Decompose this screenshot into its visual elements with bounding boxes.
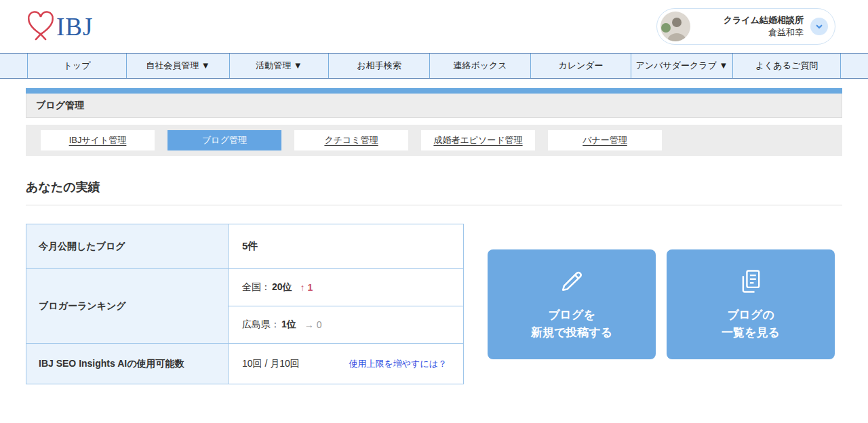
blog-actions: ブログを新規で投稿する ブログの一覧を見る	[488, 249, 835, 359]
account-person: 倉益和幸	[690, 26, 804, 39]
new-blog-post-label: ブログを新規で投稿する	[531, 306, 612, 341]
prefecture-rank-change: → 0	[304, 319, 322, 330]
section-title: あなたの実績	[26, 179, 842, 195]
tab-success-episodes[interactable]: 成婚者エピソード管理	[421, 130, 535, 150]
nav-item-top[interactable]: トップ	[27, 54, 126, 78]
nav-item-members[interactable]: 自社会員管理 ▼	[126, 54, 229, 78]
nav-item-calendar[interactable]: カレンダー	[530, 54, 631, 78]
account-menu[interactable]: クライム結婚相談所 倉益和幸	[656, 8, 835, 45]
tab-ibj-site[interactable]: IBJサイト管理	[41, 130, 155, 150]
national-rank-prefix: 全国：	[242, 281, 271, 294]
heart-icon	[26, 9, 56, 44]
stat-value-prefecture-rank: 広島県： 1位 → 0	[229, 306, 463, 343]
stat-value-monthly-blogs: 5件	[229, 224, 463, 268]
tab-banner[interactable]: バナー管理	[548, 130, 662, 150]
nav-item-contact-box[interactable]: 連絡ボックス	[429, 54, 530, 78]
page-title: ブログ管理	[26, 94, 842, 118]
national-rank: 20位	[272, 281, 292, 294]
logo-text: IBJ	[56, 12, 93, 41]
header: IBJ クライム結婚相談所 倉益和幸	[0, 0, 868, 53]
stat-label-blogger-ranking: ブロガーランキング	[26, 268, 229, 343]
main-row: 今月公開したブログ 5件 ブロガーランキング 全国： 20位 ↑ 1 広島県： …	[26, 224, 842, 384]
stat-label-seo-ai-usage: IBJ SEO Insights AIの使用可能数	[26, 343, 229, 384]
account-names: クライム結婚相談所 倉益和幸	[690, 14, 804, 38]
blog-list-label: ブログの一覧を見る	[722, 306, 780, 341]
nav-item-ambassador-club[interactable]: アンバサダークラブ ▼	[631, 54, 732, 78]
content: ブログ管理 IBJサイト管理 ブログ管理 クチコミ管理 成婚者エピソード管理 バ…	[0, 88, 868, 384]
stat-value-national-rank: 全国： 20位 ↑ 1	[229, 268, 463, 306]
nav-item-partner-search[interactable]: お相手検索	[328, 54, 429, 78]
chevron-down-icon[interactable]	[810, 18, 828, 35]
monthly-blog-count: 5件	[242, 240, 258, 253]
stats-table: 今月公開したブログ 5件 ブロガーランキング 全国： 20位 ↑ 1 広島県： …	[26, 224, 464, 384]
prefecture-rank: 1位	[281, 319, 296, 331]
nav-item-activity[interactable]: 活動管理 ▼	[229, 54, 328, 78]
ibj-logo[interactable]: IBJ	[26, 9, 93, 44]
pencil-icon	[558, 268, 585, 297]
new-blog-post-button[interactable]: ブログを新規で投稿する	[488, 249, 656, 359]
tab-reviews[interactable]: クチコミ管理	[294, 130, 408, 150]
prefecture-rank-prefix: 広島県：	[242, 319, 280, 331]
nav-item-faq[interactable]: よくあるご質問	[732, 54, 841, 78]
tab-strip: IBJサイト管理 ブログ管理 クチコミ管理 成婚者エピソード管理 バナー管理	[26, 125, 842, 156]
stat-value-seo-ai-usage: 10回 / 月10回 使用上限を増やすには？	[229, 343, 463, 384]
section-divider	[26, 205, 842, 205]
national-rank-change: ↑ 1	[300, 282, 313, 293]
account-org: クライム結婚相談所	[690, 14, 804, 26]
main-nav: トップ 自社会員管理 ▼ 活動管理 ▼ お相手検索 連絡ボックス カレンダー ア…	[0, 53, 868, 79]
increase-limit-link[interactable]: 使用上限を増やすには？	[349, 358, 447, 370]
avatar	[660, 12, 690, 41]
stat-label-monthly-blogs: 今月公開したブログ	[26, 224, 229, 268]
seo-ai-usage-value: 10回 / 月10回	[242, 358, 300, 370]
tab-blog[interactable]: ブログ管理	[167, 130, 281, 150]
blog-list-button[interactable]: ブログの一覧を見る	[667, 249, 835, 359]
title-accent-strip	[26, 88, 842, 94]
document-list-icon	[737, 268, 764, 297]
